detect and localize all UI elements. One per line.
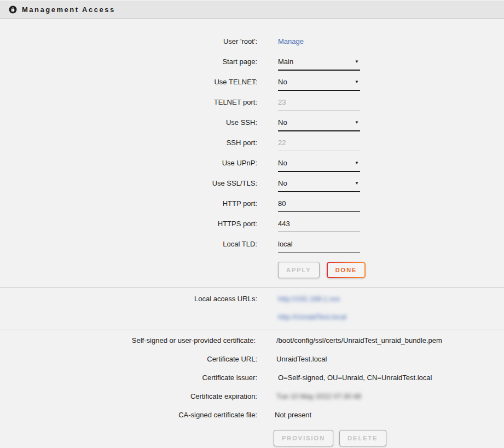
cert-expiration-value: Tue 10 May 2022 07:30:48: [276, 392, 361, 401]
field-label: Self-signed or user-provided certificate…: [0, 336, 256, 345]
ca-file-value: Not present: [275, 411, 311, 420]
select-value: No: [278, 118, 287, 127]
field-label: HTTP port:: [0, 199, 257, 208]
select-value: No: [278, 179, 287, 188]
dropdown-arrow-icon: ▼: [355, 79, 359, 85]
field-label: HTTPS port:: [0, 220, 257, 228]
form-button-row: APPLY DONE: [278, 262, 504, 278]
local-tld-input[interactable]: [278, 240, 360, 252]
page-title: Management Access: [22, 5, 115, 14]
form-row-user-root: User 'root': Manage: [0, 37, 504, 58]
form-row-use-upnp: Use UPnP: No ▼: [0, 159, 504, 179]
cert-row-expiration: Certificate expiration: Tue 10 May 2022 …: [0, 392, 504, 411]
select-value: No: [278, 78, 287, 87]
use-upnp-select[interactable]: No ▼: [278, 159, 360, 172]
field-label: Use SSL/TLS:: [0, 179, 257, 188]
dropdown-arrow-icon: ▼: [355, 120, 359, 125]
page-header: Management Access: [0, 0, 504, 19]
cert-row-bundle: Self-signed or user-provided certificate…: [0, 336, 504, 355]
select-value: Main: [278, 58, 293, 66]
dropdown-arrow-icon: ▼: [355, 59, 359, 65]
certificate-button-row: PROVISION DELETE: [274, 430, 504, 446]
select-value: No: [278, 159, 287, 168]
provision-button[interactable]: PROVISION: [274, 430, 333, 446]
field-label: Certificate URL:: [0, 355, 257, 364]
cert-row-issuer: Certificate issuer: O=Self-signed, OU=Un…: [0, 374, 504, 392]
local-url-link-2[interactable]: http://UnraidTest.local: [278, 313, 346, 321]
use-ssh-select[interactable]: No ▼: [278, 118, 360, 131]
form-row-use-ssl: Use SSL/TLS: No ▼: [0, 179, 504, 199]
field-label: Start page:: [0, 58, 257, 66]
manage-link[interactable]: Manage: [278, 37, 304, 45]
form-row-telnet-port: TELNET port:: [0, 98, 504, 118]
dropdown-arrow-icon: ▼: [355, 160, 359, 166]
field-label: Use TELNET:: [0, 78, 257, 87]
http-port-input[interactable]: [278, 199, 360, 212]
field-label: SSH port:: [0, 139, 257, 147]
use-ssl-select[interactable]: No ▼: [278, 179, 360, 192]
local-access-row: Local access URLs: http://192.168.1.xxx …: [0, 295, 504, 321]
cert-row-url: Certificate URL: UnraidTest.local: [0, 355, 504, 374]
cert-issuer-value: O=Self-signed, OU=Unraid, CN=UnraidTest.…: [278, 374, 432, 382]
telnet-port-input: [278, 98, 360, 111]
done-button[interactable]: DONE: [328, 263, 365, 277]
done-button-border: DONE: [327, 262, 366, 278]
field-label: Use SSH:: [0, 118, 257, 127]
field-label: Use UPnP:: [0, 159, 257, 168]
certificate-section: Self-signed or user-provided certificate…: [0, 330, 504, 446]
form-row-http-port: HTTP port:: [0, 199, 504, 220]
form-row-local-tld: Local TLD:: [0, 240, 504, 260]
management-access-page: Management Access User 'root': Manage St…: [0, 0, 504, 446]
ssh-port-input: [278, 139, 360, 151]
form-row-use-ssh: Use SSH: No ▼: [0, 118, 504, 139]
local-url-link-1[interactable]: http://192.168.1.xxx: [278, 295, 346, 303]
field-label: Certificate expiration:: [0, 392, 257, 401]
cert-row-ca-file: CA-signed certificate file: Not present: [0, 411, 504, 429]
settings-form-section: User 'root': Manage Start page: Main ▼ U…: [0, 19, 504, 287]
dropdown-arrow-icon: ▼: [355, 181, 359, 186]
field-label: TELNET port:: [0, 98, 257, 107]
form-row-ssh-port: SSH port:: [0, 139, 504, 159]
form-row-use-telnet: Use TELNET: No ▼: [0, 78, 504, 98]
form-row-https-port: HTTPS port:: [0, 220, 504, 240]
field-label: User 'root':: [0, 37, 257, 46]
https-port-input[interactable]: [278, 220, 360, 232]
field-label: Certificate issuer:: [0, 374, 257, 382]
cert-bundle-path: /boot/config/ssl/certs/UnraidTest_unraid…: [276, 336, 442, 345]
field-label: Local TLD:: [0, 240, 257, 249]
cert-url-value: UnraidTest.local: [276, 355, 327, 364]
use-telnet-select[interactable]: No ▼: [278, 78, 360, 91]
apply-button[interactable]: APPLY: [278, 262, 320, 278]
start-page-select[interactable]: Main ▼: [278, 58, 360, 71]
field-label: Local access URLs:: [0, 295, 257, 303]
lock-circle-icon: [9, 5, 17, 14]
field-label: CA-signed certificate file:: [0, 411, 257, 420]
form-row-start-page: Start page: Main ▼: [0, 58, 504, 78]
local-access-urls-section: Local access URLs: http://192.168.1.xxx …: [0, 287, 504, 330]
delete-button[interactable]: DELETE: [339, 430, 386, 446]
